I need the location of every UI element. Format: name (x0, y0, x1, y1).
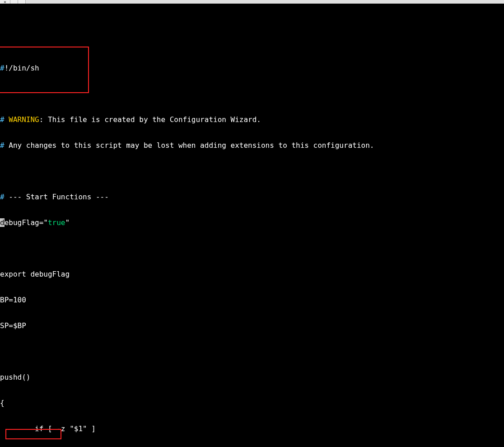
comment-hash: # (0, 141, 5, 150)
editor-tab-1[interactable]: × (0, 0, 10, 4)
editor-tab-2[interactable] (10, 0, 18, 4)
code-line (0, 89, 504, 98)
code-line (0, 244, 504, 253)
tab-bar[interactable]: × (0, 0, 504, 4)
code-line: # --- Start Functions --- (0, 193, 504, 201)
code-line: #!/bin/sh (0, 64, 504, 72)
code-line (0, 167, 504, 175)
code-line: debugFlag="true" (0, 218, 504, 227)
code-line: export debugFlag (0, 270, 504, 278)
comment-hash: # (0, 64, 5, 72)
code-line (0, 347, 504, 356)
code-line: # WARNING: This file is created by the C… (0, 115, 504, 124)
code-line: SP=$BP (0, 321, 504, 330)
code-editor[interactable]: #!/bin/sh # WARNING: This file is create… (0, 4, 504, 447)
string-literal: true (48, 218, 65, 227)
comment-hash: # (0, 193, 5, 201)
code-line: BP=100 (0, 296, 504, 304)
text-cursor: d (0, 218, 5, 227)
code-line: if [ -z "$1" ] (0, 424, 504, 433)
code-line: pushd() (0, 373, 504, 381)
code-line: # Any changes to this script may be lost… (0, 141, 504, 150)
comment-hash: # (0, 115, 5, 124)
editor-tab-3[interactable] (18, 0, 26, 4)
warning-keyword: WARNING (5, 115, 39, 124)
close-icon[interactable]: × (4, 0, 6, 4)
code-line: { (0, 399, 504, 407)
